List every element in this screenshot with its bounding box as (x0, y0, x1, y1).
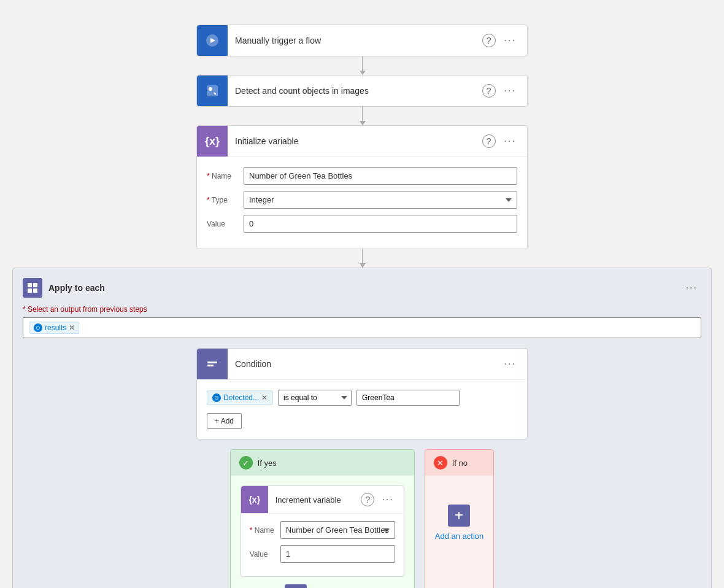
type-select[interactable]: Integer (244, 191, 517, 209)
value-row: Value (207, 215, 517, 233)
select-output-label: * Select an output from previous steps (23, 305, 701, 314)
detected-tag-label: Detected... (223, 393, 259, 402)
branch-no: ✕ If no Add an action (425, 449, 495, 588)
trigger-label: Manually trigger a flow (235, 36, 321, 45)
trigger-icon (197, 25, 228, 56)
arrow-1 (362, 56, 363, 75)
detected-tag: ⊙ Detected... ✕ (207, 390, 273, 405)
branch-yes-header: ✓ If yes (231, 450, 414, 476)
branch-yes-title: If yes (258, 458, 277, 468)
apply-each-container: Apply to each ··· * Select an output fro… (12, 268, 712, 588)
svg-rect-5 (28, 288, 32, 293)
yes-add-action-link[interactable]: Add an action (241, 577, 404, 588)
name-row: Name (207, 167, 517, 185)
name-input[interactable] (244, 167, 517, 185)
branch-no-icon: ✕ (434, 456, 447, 470)
trigger-actions: ? ··· (482, 33, 527, 48)
init-var-title: Initialize variable (228, 126, 482, 157)
condition-area: Condition ··· ⊙ Detected... ✕ (23, 348, 701, 588)
trigger-menu-button[interactable]: ··· (501, 33, 520, 48)
condition-icon (197, 349, 228, 379)
output-input-area[interactable]: ⊙ results ✕ (23, 317, 701, 338)
branch-yes-content: {x} Increment variable ? ··· (231, 476, 414, 588)
svg-rect-6 (33, 288, 37, 293)
init-var-icon: {x} (197, 126, 228, 157)
arrow-3 (362, 249, 363, 268)
svg-rect-13 (458, 512, 460, 519)
inc-value-row: Value (250, 545, 395, 563)
condition-title: Condition (228, 352, 501, 376)
branch-yes-icon: ✓ (239, 456, 253, 470)
svg-rect-4 (33, 283, 37, 287)
increment-card: {x} Increment variable ? ··· (241, 485, 404, 577)
increment-actions: ? ··· (361, 492, 403, 508)
branch-no-header: ✕ If no (425, 450, 494, 476)
condition-actions: ··· (501, 356, 527, 372)
detect-actions: ? ··· (482, 83, 527, 99)
apply-each-label: Apply to each (48, 283, 105, 293)
detected-tag-icon: ⊙ (212, 393, 221, 402)
value-label: Value (207, 220, 244, 228)
type-row: Type Integer (207, 191, 517, 209)
inc-name-label: Name (250, 526, 280, 535)
detect-icon (197, 75, 228, 106)
branch-yes: ✓ If yes {x} Increment variable (230, 449, 415, 588)
inc-name-row: Name Number of Green Tea Bottles (250, 521, 395, 539)
increment-menu-button[interactable]: ··· (378, 492, 397, 508)
branch-no-content: Add an action (425, 476, 494, 569)
branch-no-title: If no (452, 458, 468, 468)
condition-menu-button[interactable]: ··· (501, 356, 520, 372)
tag-label: results (45, 323, 66, 332)
condition-add-button[interactable]: + Add (207, 413, 242, 429)
svg-rect-8 (207, 365, 214, 366)
condition-header: Condition ··· (197, 349, 527, 380)
condition-card: Condition ··· ⊙ Detected... ✕ (196, 348, 528, 439)
no-add-action-icon (448, 505, 470, 527)
init-var-header: {x} Initialize variable ? ··· (197, 126, 527, 157)
type-label: Type (207, 196, 244, 204)
init-var-help-button[interactable]: ? (482, 134, 496, 148)
value-input[interactable] (244, 215, 517, 233)
detect-title: Detect and count objects in images (228, 75, 482, 106)
trigger-title: Manually trigger a flow (228, 25, 482, 56)
results-tag: ⊙ results ✕ (29, 322, 79, 334)
name-label: Name (207, 172, 244, 180)
condition-label: Condition (235, 359, 271, 369)
increment-header: {x} Increment variable ? ··· (241, 486, 404, 514)
detect-help-button[interactable]: ? (482, 84, 496, 98)
condition-operator-select[interactable]: is equal to (278, 390, 352, 406)
trigger-help-button[interactable]: ? (482, 34, 496, 47)
condition-value-input[interactable] (356, 390, 460, 406)
condition-add-label: + Add (215, 417, 234, 425)
condition-body: ⊙ Detected... ✕ is equal to + Add (197, 380, 527, 439)
increment-help-button[interactable]: ? (361, 493, 374, 506)
tag-remove-button[interactable]: ✕ (69, 323, 75, 332)
inc-value-label: Value (250, 550, 280, 559)
trigger-card: Manually trigger a flow ? ··· (196, 25, 528, 56)
init-var-body: Name Type Integer Value (197, 157, 527, 249)
svg-rect-7 (207, 362, 217, 363)
select-output-text: * Select an output from previous steps (23, 305, 147, 314)
detect-card: Detect and count objects in images ? ··· (196, 75, 528, 107)
apply-each-icon (23, 278, 42, 298)
svg-rect-3 (28, 283, 32, 287)
apply-each-header: Apply to each ··· (23, 278, 701, 298)
yes-add-action-icon (285, 584, 307, 588)
no-add-action-center[interactable]: Add an action (435, 485, 484, 559)
init-var-menu-button[interactable]: ··· (501, 133, 520, 149)
increment-body: Name Number of Green Tea Bottles Value (241, 514, 404, 576)
detected-tag-remove[interactable]: ✕ (261, 393, 268, 402)
apply-each-title: Apply to each (48, 283, 682, 293)
branches: ✓ If yes {x} Increment variable (230, 449, 495, 588)
tag-icon: ⊙ (34, 323, 42, 332)
detect-menu-button[interactable]: ··· (501, 83, 520, 99)
inc-value-input[interactable] (280, 545, 395, 563)
increment-label: Increment variable (275, 495, 341, 505)
apply-each-menu-button[interactable]: ··· (682, 280, 701, 296)
arrow-2 (362, 107, 363, 125)
detect-label: Detect and count objects in images (235, 86, 369, 96)
inc-name-select[interactable]: Number of Green Tea Bottles (280, 521, 395, 539)
init-var-actions: ? ··· (482, 133, 527, 149)
init-var-label: Initialize variable (235, 136, 299, 146)
no-add-action-label: Add an action (435, 532, 484, 541)
